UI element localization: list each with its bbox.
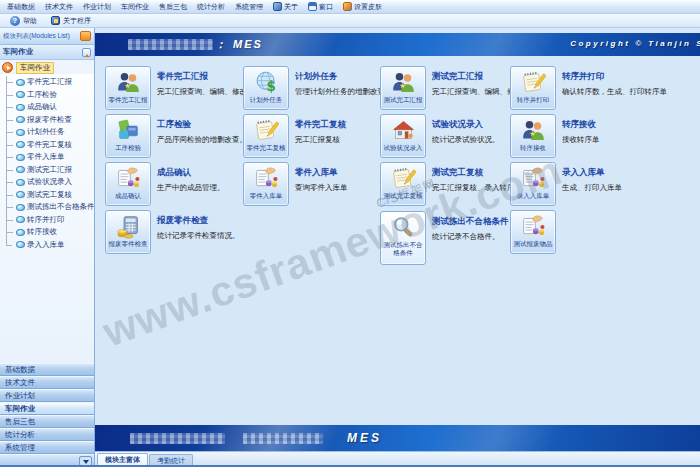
help-button[interactable]: 帮助: [5, 15, 42, 27]
tree-connector: [6, 89, 15, 102]
module-row: 成品确认 成品确认 生产中的成品管理。: [105, 162, 247, 206]
pin-icon[interactable]: [80, 31, 91, 41]
tree-item[interactable]: 零件入库单: [3, 151, 94, 164]
sidebar-item-statistics[interactable]: 统计分析: [0, 428, 94, 441]
menu-item-window[interactable]: 窗口: [303, 0, 338, 13]
tree-item[interactable]: 工序检验: [3, 89, 94, 102]
module-text: 测试拣出不合格条件 统计记录不合格件。: [432, 211, 509, 265]
tree-item[interactable]: 测试完工汇报: [3, 164, 94, 177]
menu-item-job-plan[interactable]: 作业计划: [78, 0, 116, 13]
module-text: 试验状况录入 统计记录试验状况。: [432, 114, 500, 158]
tree-node-icon: [16, 179, 25, 186]
sidebar-nav: 基础数据 技术文件 作业计划 车间作业 售后三包 统计分析 系统管理: [0, 363, 94, 467]
tree-item[interactable]: 零件完工汇报: [3, 76, 94, 89]
menu-item-basic-data[interactable]: 基础数据: [2, 0, 40, 13]
tree-item[interactable]: 试验状况录入: [3, 176, 94, 189]
module-column: 计划外任务 计划外任务 管理计划外任务的增删改查。 零件完工复核 零件完工复核 …: [243, 66, 393, 210]
module-button-label: 测试拣出不合格条件: [381, 241, 425, 256]
hand-document-icon: [521, 166, 546, 191]
notepad-pencil-icon: [521, 70, 546, 95]
sidebar-item-tech-files[interactable]: 技术文件: [0, 376, 94, 389]
module-row: 试验状况录入 试验状况录入 统计记录试验状况。: [380, 114, 522, 158]
sidebar-item-basic-data[interactable]: 基础数据: [0, 363, 94, 376]
module-button[interactable]: 计划外任务: [243, 66, 289, 110]
tree-item[interactable]: 零件完工复核: [3, 139, 94, 152]
module-text: 零件完工汇报 完工汇报查询、编辑、修改: [157, 66, 247, 110]
module-button-label: 计划外任务: [249, 96, 284, 104]
tree-item[interactable]: 测试完工复核: [3, 189, 94, 202]
tree-connector: [6, 76, 15, 89]
module-button-label: 转序并打印: [516, 96, 551, 104]
menu-label: 售后三包: [159, 0, 187, 13]
module-title: 零件入库单: [295, 167, 348, 179]
module-row: 报废零件检查 报废零件检查 统计记录零件检查情况。: [105, 210, 247, 254]
collapse-icon[interactable]: [82, 48, 91, 57]
menu-item-system[interactable]: 系统管理: [230, 0, 268, 13]
module-button[interactable]: 试验状况录入: [380, 114, 426, 158]
about-program-label: 关于程序: [63, 16, 91, 26]
tree-item[interactable]: 转序并打印: [3, 214, 94, 227]
menu-item-statistics[interactable]: 统计分析: [192, 0, 230, 13]
module-text: 零件入库单 查询零件入库单: [295, 162, 348, 206]
boxes-icon: [116, 118, 141, 143]
menu-item-workshop[interactable]: 车间作业: [116, 0, 154, 13]
tree-connector: [6, 239, 15, 252]
tree-connector: [6, 164, 15, 177]
module-desc: 查询零件入库单: [295, 183, 348, 193]
sidebar-group-header[interactable]: 车间作业: [0, 45, 94, 60]
module-button-highlighted[interactable]: 测试拣出不合格条件: [380, 211, 426, 265]
sidebar-item-aftersales[interactable]: 售后三包: [0, 415, 94, 428]
module-title: 测试拣出不合格条件: [432, 216, 509, 228]
menu-label: 作业计划: [83, 0, 111, 13]
tree-item[interactable]: 测试拣出不合格条件: [3, 201, 94, 214]
tree-item[interactable]: 转序接收: [3, 226, 94, 239]
module-button[interactable]: 零件入库单: [243, 162, 289, 206]
module-text: 转序接收 接收转序单: [562, 114, 600, 158]
menu-item-set-skin[interactable]: 设置皮肤: [338, 0, 387, 13]
module-button[interactable]: 零件完工复核: [243, 114, 289, 158]
tree-node-icon: [16, 166, 25, 173]
module-desc: 统计记录零件检查情况。: [157, 231, 240, 241]
module-button[interactable]: 录入入库单: [510, 162, 556, 206]
module-button[interactable]: 工序检验: [105, 114, 151, 158]
tree-item[interactable]: 报废零件检查: [3, 114, 94, 127]
tree-item[interactable]: 成品确认: [3, 101, 94, 114]
module-button[interactable]: 报废零件检查: [105, 210, 151, 254]
tree-connector: [6, 214, 15, 227]
module-row: 工序检验 工序检验 产品序间检验的增删改查。: [105, 114, 247, 158]
tree-node-icon: [16, 154, 25, 161]
censored-text-block: [128, 39, 213, 50]
menu-item-about[interactable]: 关于: [268, 0, 303, 13]
module-button[interactable]: 测试报废物品: [510, 210, 556, 254]
about-program-button[interactable]: 关于程序: [46, 15, 96, 27]
tree-item[interactable]: 计划外任务: [3, 126, 94, 139]
menu-item-aftersales[interactable]: 售后三包: [154, 0, 192, 13]
module-button[interactable]: 测试完工汇报: [380, 66, 426, 110]
module-desc: 完工汇报复核、录入转序: [432, 183, 515, 193]
module-desc: 统计记录不合格件。: [432, 232, 509, 242]
module-button[interactable]: 转序接收: [510, 114, 556, 158]
menu-item-tech-files[interactable]: 技术文件: [40, 0, 78, 13]
module-button[interactable]: 转序并打印: [510, 66, 556, 110]
module-desc: 管理计划外任务的增删改查。: [295, 87, 393, 97]
module-button-label: 零件入库单: [249, 192, 284, 200]
module-text: 测试完工汇报 完工汇报查询、编辑、修改: [432, 66, 522, 110]
modules-list-header[interactable]: 模块列表(Modules List): [0, 28, 94, 45]
tree-root-selected[interactable]: 车间作业: [0, 60, 94, 74]
tree-item[interactable]: 录入入库单: [3, 239, 94, 252]
menu-label: 系统管理: [235, 0, 263, 13]
module-button[interactable]: 测试完工复核: [380, 162, 426, 206]
selected-node-label: 车间作业: [16, 62, 54, 74]
module-button[interactable]: 零件完工汇报: [105, 66, 151, 110]
module-text: 录入入库单 生成、打印入库单: [562, 162, 622, 206]
module-button-label: 成品确认: [114, 192, 142, 200]
module-desc: 生产中的成品管理。: [157, 183, 225, 193]
module-button[interactable]: 成品确认: [105, 162, 151, 206]
about-icon: [273, 2, 282, 11]
hand-document-icon: [254, 166, 279, 191]
sidebar-item-job-plan[interactable]: 作业计划: [0, 389, 94, 402]
module-button-label: 工序检验: [114, 144, 142, 152]
tree-node-icon: [16, 229, 25, 236]
sidebar-item-workshop[interactable]: 车间作业: [0, 402, 94, 415]
sidebar-item-system[interactable]: 系统管理: [0, 441, 94, 454]
